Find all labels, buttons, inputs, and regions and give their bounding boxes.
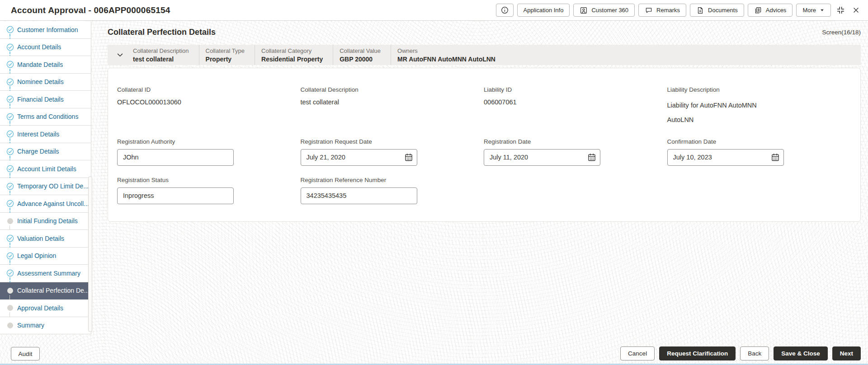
summary-column-label: Collateral Description — [133, 47, 189, 54]
step-label: Mandate Details — [17, 61, 63, 68]
field-registration-request-date: Registration Request Date — [301, 138, 484, 166]
remarks-label: Remarks — [656, 7, 680, 14]
remarks-button[interactable]: Remarks — [638, 4, 686, 17]
collapse-corners-icon — [836, 5, 845, 15]
registration-authority-input[interactable] — [117, 149, 234, 166]
confirmation-date-picker-button[interactable] — [767, 150, 783, 165]
step-label: Summary — [17, 322, 44, 329]
sidebar-step-item[interactable]: Collateral Perfection De... — [0, 282, 91, 300]
sidebar-step-item[interactable]: Advance Against Uncoll... — [0, 195, 91, 213]
sidebar-step-item[interactable]: Charge Details — [0, 143, 91, 161]
close-window-button[interactable] — [850, 5, 862, 16]
sidebar-step-item[interactable]: Account Limit Details — [0, 160, 91, 178]
calendar-icon — [404, 153, 413, 162]
field-value: OFLOCOL000013060 — [117, 98, 301, 106]
registration-request-date-input[interactable] — [301, 150, 401, 165]
summary-column-value: Residential Property — [261, 56, 323, 63]
customer-360-button[interactable]: Customer 360 — [573, 4, 635, 17]
documents-label: Documents — [708, 7, 738, 14]
more-button[interactable]: More — [796, 4, 831, 17]
sidebar-step-item[interactable]: Approval Details — [0, 299, 91, 317]
sidebar-step-item[interactable]: Nominee Details — [0, 74, 91, 91]
step-status-icon — [6, 165, 14, 173]
application-info-button[interactable]: Application Info — [517, 4, 570, 17]
next-button[interactable]: Next — [832, 346, 861, 360]
summary-column-label: Collateral Category — [261, 47, 323, 54]
person-badge-icon — [580, 6, 588, 14]
sidebar-step-item[interactable]: Terms and Conditions — [0, 108, 91, 126]
step-label: Terms and Conditions — [17, 113, 78, 120]
info-icon — [500, 6, 509, 14]
summary-columns: Collateral Description test collateral C… — [127, 45, 505, 65]
registration-date-picker-button[interactable] — [584, 150, 600, 165]
confirmation-date-input[interactable] — [668, 150, 767, 165]
sidebar-scrollbar[interactable] — [88, 176, 92, 332]
step-sidebar: Customer Information Account Details — [0, 21, 91, 334]
summary-column-label: Collateral Type — [206, 47, 245, 54]
confirmation-date-field — [667, 149, 784, 166]
audit-button[interactable]: Audit — [11, 347, 40, 360]
summary-column-label: Collateral Value — [340, 47, 381, 54]
info-button[interactable] — [496, 4, 514, 17]
stacked-pages-icon — [754, 6, 762, 14]
registration-request-date-picker-button[interactable] — [401, 150, 417, 165]
summary-column: Collateral Type Property — [199, 45, 255, 65]
step-label: Interest Details — [17, 131, 59, 138]
step-status-icon — [6, 217, 14, 225]
sidebar-step-item[interactable]: Account Details — [0, 39, 91, 56]
request-clarification-button[interactable]: Request Clarification — [659, 346, 736, 360]
step-status-icon — [6, 322, 14, 329]
step-label: Customer Information — [17, 26, 78, 33]
window-header: Account Approval - 006APP000065154 Appli… — [0, 0, 868, 21]
summary-column: Collateral Value GBP 20000 — [333, 45, 391, 65]
window-title: Account Approval - 006APP000065154 — [11, 5, 170, 15]
step-status-icon — [6, 130, 14, 138]
accordion-toggle-button[interactable] — [113, 48, 127, 62]
registration-reference-number-input[interactable] — [301, 187, 417, 204]
summary-column: Collateral Category Residential Property — [255, 45, 333, 65]
step-label: Financial Details — [17, 96, 64, 103]
sidebar-step-item[interactable]: Summary — [0, 317, 91, 335]
step-status-icon — [6, 252, 14, 260]
sidebar-step-item[interactable]: Temporary OD Limit De... — [0, 178, 91, 196]
field-registration-date: Registration Date — [484, 138, 667, 166]
document-icon — [696, 6, 704, 14]
advices-button[interactable]: Advices — [748, 4, 793, 17]
sidebar-step-item[interactable]: Financial Details — [0, 91, 91, 108]
account-approval-window: Account Approval - 006APP000065154 Appli… — [0, 0, 868, 365]
field-label: Collateral ID — [117, 86, 301, 93]
save-and-close-button[interactable]: Save & Close — [774, 346, 828, 360]
sidebar-step-item[interactable]: Assessment Summary — [0, 265, 91, 282]
sidebar-step-item[interactable]: Initial Funding Details — [0, 213, 91, 230]
collateral-summary-accordion-header[interactable]: Collateral Description test collateral C… — [108, 45, 861, 65]
sidebar-step-item[interactable]: Customer Information — [0, 21, 91, 39]
calendar-icon — [587, 153, 596, 162]
field-label: Registration Request Date — [301, 138, 484, 145]
field-value: 006007061 — [484, 98, 667, 106]
sidebar-step-item[interactable]: Valuation Details — [0, 230, 91, 248]
collapse-window-button[interactable] — [835, 5, 846, 16]
step-label: Temporary OD Limit De... — [17, 182, 89, 190]
step-label: Initial Funding Details — [17, 217, 78, 225]
page-title: Collateral Perfection Details — [108, 28, 216, 37]
sidebar-step-item[interactable]: Interest Details — [0, 126, 91, 143]
sidebar-step-item[interactable]: Legal Opinion — [0, 248, 91, 265]
back-button[interactable]: Back — [740, 346, 769, 360]
documents-button[interactable]: Documents — [690, 4, 744, 17]
cancel-button[interactable]: Cancel — [620, 346, 655, 360]
field-confirmation-date: Confirmation Date — [667, 138, 851, 166]
step-label: Collateral Perfection De... — [17, 287, 90, 294]
registration-date-input[interactable] — [484, 150, 584, 165]
step-label: Account Details — [17, 43, 61, 51]
field-label: Liability ID — [484, 86, 667, 93]
step-status-icon — [6, 26, 14, 33]
summary-column-label: Owners — [397, 47, 495, 54]
advices-label: Advices — [766, 7, 787, 14]
registration-status-input[interactable] — [117, 187, 234, 204]
summary-column-value: GBP 20000 — [340, 56, 381, 63]
sidebar-step-item[interactable]: Mandate Details — [0, 56, 91, 74]
field-label: Registration Reference Number — [301, 177, 484, 183]
field-collateral-id: Collateral ID OFLOCOL000013060 — [117, 86, 301, 127]
step-status-icon — [6, 43, 14, 51]
summary-column-value: MR AutoFNN AutoMNN AutoLNN — [397, 56, 495, 63]
